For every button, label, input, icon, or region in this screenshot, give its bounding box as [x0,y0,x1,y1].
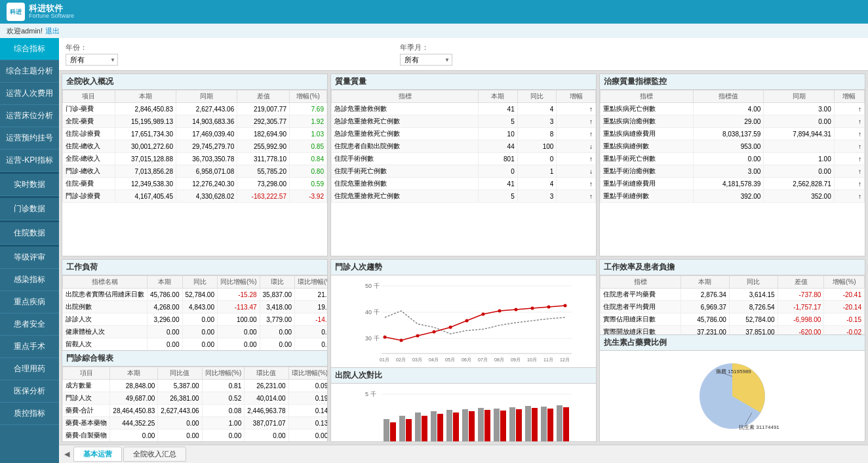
svg-point-14 [498,310,502,313]
outpatient-report-table: 項目 本期 同比值 同比增幅(%) 環比值 環比增幅(%) 成方數量28,848… [62,367,327,441]
header: 科进 科进软件 Fortune Software [0,0,868,24]
sidebar-item-合理用药[interactable]: 合理用药 [0,358,59,380]
sidebar-item-患者安全[interactable]: 患者安全 [0,313,59,336]
q-header-prev: 同比 [517,91,557,103]
svg-point-18 [564,304,567,308]
sidebar-item-等级评审[interactable]: 等级评审 [0,247,59,269]
q-header-indicator: 指標 [332,91,479,103]
antibiotic-ratio-title: 抗生素占藥費比例 [600,334,865,351]
sidebar-item-重点手术[interactable]: 重点手术 [0,336,59,358]
treatment-panel: 治療質量指標監控 指標 指標值 同期 增幅 重點疾病死亡例數4.003.00↑重… [599,73,865,256]
trend-chart-svg: 50 千 40 千 30 千 [334,278,593,370]
svg-text:06月: 06月 [462,357,471,362]
eff-header-diff: 差值 [778,276,824,289]
svg-text:01月: 01月 [380,357,389,362]
sidebar-item-住院数据[interactable]: 住院数据 [0,222,59,245]
filter-bar: 年份： 所有 ▼ 年季月： 所有 ▼ [59,38,868,71]
antibiotic-pie-svg: 藥費 15195989 抗生素 31174491 [680,353,785,439]
svg-rect-37 [415,413,421,442]
tab-基本运营[interactable]: 基本运营 [73,447,122,462]
eff-header-current: 本期 [681,276,729,289]
sidebar-item-综合主题分析[interactable]: 综合主题分析 [0,60,59,83]
sidebar-item-门诊数据[interactable]: 门诊数据 [0,198,59,220]
eff-header-prev: 同比 [729,276,778,289]
svg-point-15 [515,308,518,312]
w-header-yoy-pct: 同比增幅(%) [218,276,260,289]
svg-rect-48 [406,419,412,442]
sidebar-item-质控指标[interactable]: 质控指标 [0,403,59,425]
w-header-qoq: 環比 [260,276,295,289]
svg-text:40 千: 40 千 [365,309,380,315]
sidebar-item-医保分析[interactable]: 医保分析 [0,380,59,403]
svg-point-17 [547,306,551,309]
svg-text:抗生素 31174491: 抗生素 31174491 [739,424,779,430]
sidebar: 综合指标 综合主题分析 运营人次费用 运营床位分析 运营预约挂号 运营-KPI指… [0,38,59,463]
w-header-yoy: 同比 [182,276,218,289]
revenue-panel: 全院收入概况 项目 本期 同期 差值 增幅(%) [62,73,328,256]
revenue-table: 项目 本期 同期 差值 增幅(%) 门诊-藥費2,846,450.832,627… [62,90,327,203]
eff-header-pct: 增幅(%) [824,276,865,289]
svg-rect-35 [384,419,389,442]
sidebar-item-重点疾病[interactable]: 重点疾病 [0,291,59,313]
admin-bar: 欢迎admin! 退出 [0,24,868,38]
svg-rect-50 [437,414,443,442]
svg-point-13 [482,313,485,316]
eff-header-indicator: 指標 [601,276,681,289]
or-header-yoy-val: 同比值 [158,367,202,380]
svg-point-10 [433,331,436,334]
svg-point-16 [531,307,534,310]
year-select[interactable]: 所有 [66,54,118,66]
trend-chart-container: 50 千 40 千 30 千 [331,275,596,367]
svg-rect-58 [563,407,569,442]
svg-rect-52 [469,411,475,442]
sidebar-item-运营kpi[interactable]: 运营-KPI指标 [0,150,59,172]
bar-chart-container: 5 千 0 千 [331,384,596,442]
sidebar-item-感染指标[interactable]: 感染指标 [0,269,59,291]
svg-rect-54 [500,411,506,442]
svg-text:03月: 03月 [412,357,422,362]
treatment-title: 治療質量指標監控 [600,74,865,90]
sidebar-item-运营床位分析[interactable]: 运营床位分析 [0,105,59,127]
bottom-tabs-bar: ◀ 基本运营 全院收入汇总 [59,445,868,463]
year-label: 年份： [66,43,118,52]
quality-table: 指標 本期 同比 增幅 急診危重搶救例數414↑急診危重搶救死亡例數53↑急診危… [331,90,596,203]
svg-text:09月: 09月 [511,357,521,362]
sidebar-item-运营预约挂号[interactable]: 运营预约挂号 [0,127,59,150]
bottom-left-panel: 工作負荷 指標名稱 本期 同比 同比增幅(%) 環比 環比增幅(%) [62,259,328,442]
svg-text:05月: 05月 [445,357,455,362]
svg-rect-46 [557,405,562,442]
logout-link[interactable]: 退出 [45,26,60,36]
svg-point-11 [449,326,452,329]
sidebar-item-运营人次费用[interactable]: 运营人次费用 [0,83,59,105]
svg-text:12月: 12月 [560,357,570,362]
quality-title: 質量質量 [331,74,596,90]
svg-rect-43 [509,407,515,442]
rev-header-item: 项目 [63,91,115,103]
sidebar-item-实时数据[interactable]: 实时数据 [0,174,59,196]
svg-text:5 千: 5 千 [365,391,376,397]
main-layout: 综合指标 综合主题分析 运营人次费用 运营床位分析 运营预约挂号 运营-KPI指… [0,38,868,463]
antibiotic-chart-container: 藥費 15195989 抗生素 31174491 [600,351,865,441]
treatment-table: 指標 指標值 同期 增幅 重點疾病死亡例數4.003.00↑重點疾病治癒例數29… [600,90,865,203]
rev-header-diff: 差值 [237,91,290,103]
tab-全院收入汇总[interactable]: 全院收入汇总 [123,447,186,462]
svg-text:07月: 07月 [478,357,488,362]
sidebar-item-综合指标[interactable]: 综合指标 [0,38,59,60]
season-select[interactable]: 所有 [400,54,452,66]
workload-table: 指標名稱 本期 同比 同比增幅(%) 環比 環比增幅(%) 出院患者實際佔用縫床… [62,275,327,350]
logo-icon: 科进 [7,3,25,21]
logo: 科进 科进软件 Fortune Software [7,3,74,21]
revenue-title: 全院收入概况 [62,74,327,90]
svg-rect-57 [547,409,553,442]
svg-rect-45 [541,407,547,442]
tab-nav-left[interactable]: ◀ [62,450,72,458]
efficiency-table: 指標 本期 同比 差值 增幅(%) 住院患者平均藥費2,876.343,614.… [600,275,865,334]
efficiency-panel: 工作效率及患者負擔 指標 本期 同比 差值 增幅(%) 住院患者 [599,259,865,442]
outpatient-trend-title: 門診人次趨勢 [331,260,596,275]
svg-rect-36 [399,416,405,442]
svg-rect-41 [478,408,484,442]
efficiency-title: 工作效率及患者負擔 [600,260,865,275]
discharge-compare-title: 出院人次對比 [331,367,596,384]
svg-rect-40 [462,409,468,442]
svg-text:50 千: 50 千 [365,283,380,289]
